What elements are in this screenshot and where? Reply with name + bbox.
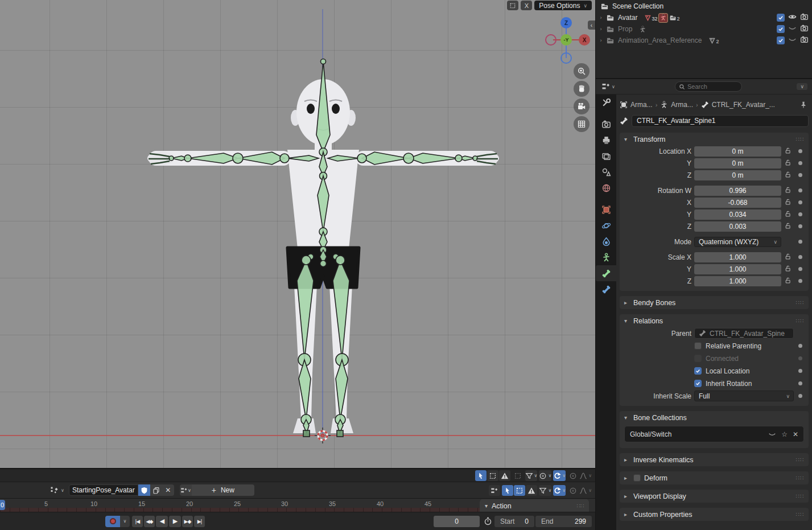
action-name-field[interactable]: StartingPose_Avatar: [69, 484, 138, 496]
animate-dot[interactable]: [798, 224, 802, 228]
tab-object[interactable]: [596, 202, 616, 217]
hidden-eye-icon[interactable]: [768, 430, 776, 438]
close-button[interactable]: X: [521, 1, 532, 10]
unlink-action-button[interactable]: ✕: [162, 484, 174, 496]
box-select-button[interactable]: [514, 485, 525, 496]
exclude-checkbox[interactable]: [777, 14, 785, 22]
play-button[interactable]: ▶: [169, 516, 181, 527]
deform-checkbox[interactable]: [633, 474, 641, 482]
animate-dot[interactable]: [798, 173, 802, 177]
proportional-region-icon[interactable]: [507, 1, 518, 10]
playhead[interactable]: 0: [0, 500, 5, 510]
action-browse-dropdown[interactable]: ∨: [50, 486, 64, 495]
drag-handle[interactable]: ∷∷: [795, 299, 804, 306]
tab-view-layer[interactable]: [596, 148, 616, 164]
rotation-x-field[interactable]: -0.068: [694, 198, 781, 208]
gizmo-axis-neg-x[interactable]: [545, 34, 557, 46]
lock-icon[interactable]: [784, 264, 794, 274]
scale-z-field[interactable]: 1.000: [694, 276, 781, 286]
location-y-field[interactable]: 0 m: [694, 158, 781, 169]
panel-transform-header[interactable]: ▾ Transform ∷∷: [620, 133, 809, 146]
duplicate-action-button[interactable]: [150, 484, 162, 496]
editor-type-dropdown[interactable]: ∨: [601, 82, 615, 91]
animate-dot[interactable]: [798, 200, 802, 204]
lock-icon[interactable]: [784, 252, 794, 262]
rotation-y-field[interactable]: 0.034: [694, 209, 781, 220]
outliner-row-avatar[interactable]: › Avatar 32 2: [596, 12, 812, 23]
breadcrumb-object[interactable]: Arma...: [630, 101, 653, 109]
rotation-z-field[interactable]: 0.003: [694, 221, 781, 232]
start-frame-field[interactable]: Start0: [494, 516, 534, 527]
drag-handle[interactable]: ∷∷: [795, 457, 804, 463]
tweak-tool-button[interactable]: [502, 485, 513, 496]
auto-keying-dropdown[interactable]: ∨: [120, 516, 130, 527]
zoom-tool-button[interactable]: [574, 63, 590, 79]
animate-dot[interactable]: [798, 255, 802, 259]
previous-keyframe-button[interactable]: ◀◆: [144, 516, 155, 527]
tab-physics[interactable]: [596, 217, 616, 233]
rotation-w-field[interactable]: 0.996: [694, 186, 781, 196]
tab-render[interactable]: [596, 116, 616, 132]
play-reverse-button[interactable]: ◀: [156, 516, 168, 527]
orthographic-grid-button[interactable]: [574, 116, 590, 132]
current-frame-field[interactable]: 0: [434, 516, 480, 527]
animate-dot[interactable]: [798, 240, 802, 244]
proportional-edit-button[interactable]: [567, 470, 579, 481]
parent-field[interactable]: CTRL_FK_Avatar_Spine: [694, 328, 794, 339]
navigation-gizmo[interactable]: Z X -Y: [545, 17, 591, 63]
lock-icon[interactable]: [784, 146, 794, 157]
outliner-row-animation-area-reference[interactable]: › Animation_Area_Reference 2: [596, 35, 812, 46]
disable-render-camera-icon[interactable]: [800, 24, 809, 34]
relative-parenting-checkbox[interactable]: [694, 342, 702, 350]
panel-custom-properties[interactable]: ▸Custom Properties∷∷: [620, 508, 809, 521]
drag-handle[interactable]: ∷∷: [795, 475, 804, 481]
exclude-checkbox[interactable]: [777, 25, 785, 33]
tab-object-data-armature[interactable]: [596, 249, 616, 265]
animate-dot[interactable]: [798, 369, 802, 373]
location-x-field[interactable]: 0 m: [694, 146, 781, 157]
drag-handle[interactable]: ∷∷: [795, 318, 804, 324]
tab-scene[interactable]: [596, 164, 616, 180]
filter-dropdown[interactable]: ∨: [539, 485, 551, 496]
snap-dropdown[interactable]: ∨: [553, 485, 566, 496]
panel-viewport-display[interactable]: ▸Viewport Display∷∷: [620, 490, 809, 503]
tab-world[interactable]: [596, 180, 616, 196]
scale-y-field[interactable]: 1.000: [694, 264, 781, 274]
animate-dot[interactable]: [798, 279, 802, 283]
drag-handle[interactable]: ∷∷: [795, 511, 804, 517]
lock-icon[interactable]: [784, 209, 794, 220]
pose-bones[interactable]: [149, 59, 498, 437]
outliner-row-scene-collection[interactable]: Scene Collection: [596, 1, 812, 12]
jump-to-start-button[interactable]: |◀: [132, 516, 143, 527]
warning-filter-button[interactable]: [499, 470, 510, 481]
gizmo-axis-z[interactable]: Z: [560, 17, 572, 28]
solo-star-icon[interactable]: ☆: [781, 430, 788, 438]
remove-icon[interactable]: ✕: [793, 430, 798, 438]
location-z-field[interactable]: 0 m: [694, 170, 781, 180]
animate-dot[interactable]: [798, 381, 802, 385]
lock-icon[interactable]: [784, 198, 794, 208]
lock-icon[interactable]: [784, 276, 794, 286]
drag-handle[interactable]: ∷∷: [795, 136, 804, 142]
snap-dropdown[interactable]: ∨: [553, 470, 566, 481]
falloff-dropdown[interactable]: ∨: [579, 470, 592, 481]
lock-icon[interactable]: [784, 170, 794, 180]
animate-dot[interactable]: [798, 188, 802, 192]
warning-filter-button[interactable]: [526, 485, 537, 496]
animate-dot[interactable]: [798, 161, 802, 165]
drag-handle[interactable]: ∷∷: [795, 493, 804, 499]
viewport-3d[interactable]: X Pose Options ∨ ‹ Z X -Y: [0, 0, 595, 468]
local-location-checkbox[interactable]: [694, 367, 702, 375]
pin-icon[interactable]: [799, 101, 807, 109]
exclude-checkbox[interactable]: [777, 36, 785, 44]
expand-chevron-icon[interactable]: ›: [596, 26, 606, 32]
pivot-dropdown[interactable]: ∨: [539, 470, 551, 481]
falloff-dropdown[interactable]: ∨: [579, 485, 592, 496]
outliner-row-prop[interactable]: › Prop: [596, 23, 812, 35]
animate-dot[interactable]: [798, 149, 802, 153]
breadcrumb-data[interactable]: Arma...: [671, 101, 693, 109]
fake-user-shield-button[interactable]: [138, 484, 150, 496]
animate-dot[interactable]: [798, 212, 802, 216]
filter-dropdown[interactable]: ∨: [525, 470, 538, 481]
animate-dot[interactable]: [798, 267, 802, 271]
